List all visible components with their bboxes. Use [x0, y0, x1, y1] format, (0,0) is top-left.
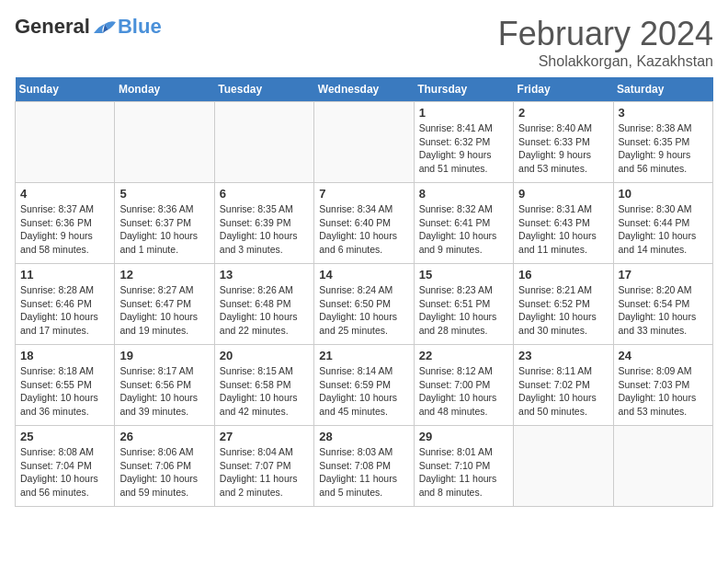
- day-info: Sunrise: 8:31 AM Sunset: 6:43 PM Dayligh…: [518, 202, 608, 257]
- logo-blue-text: Blue: [118, 15, 162, 39]
- day-info: Sunrise: 8:40 AM Sunset: 6:33 PM Dayligh…: [518, 121, 608, 176]
- calendar-cell: 25Sunrise: 8:08 AM Sunset: 7:04 PM Dayli…: [16, 426, 115, 507]
- day-number: 2: [518, 106, 608, 120]
- calendar-cell: 12Sunrise: 8:27 AM Sunset: 6:47 PM Dayli…: [115, 264, 214, 345]
- day-info: Sunrise: 8:03 AM Sunset: 7:08 PM Dayligh…: [319, 445, 408, 500]
- day-number: 23: [518, 349, 608, 362]
- weekday-header-row: SundayMondayTuesdayWednesdayThursdayFrid…: [16, 77, 713, 102]
- calendar-cell: 17Sunrise: 8:20 AM Sunset: 6:54 PM Dayli…: [613, 264, 712, 345]
- day-info: Sunrise: 8:32 AM Sunset: 6:41 PM Dayligh…: [419, 202, 508, 257]
- weekday-header-friday: Friday: [514, 77, 613, 102]
- day-info: Sunrise: 8:36 AM Sunset: 6:37 PM Dayligh…: [119, 202, 209, 257]
- calendar-week-row: 11Sunrise: 8:28 AM Sunset: 6:46 PM Dayli…: [16, 264, 713, 345]
- day-number: 15: [419, 268, 508, 282]
- day-info: Sunrise: 8:15 AM Sunset: 6:58 PM Dayligh…: [220, 364, 309, 419]
- weekday-header-sunday: Sunday: [16, 77, 115, 102]
- calendar-cell: [214, 102, 313, 183]
- calendar-cell: 3Sunrise: 8:38 AM Sunset: 6:35 PM Daylig…: [613, 102, 712, 183]
- day-number: 3: [619, 106, 708, 120]
- day-info: Sunrise: 8:24 AM Sunset: 6:50 PM Dayligh…: [319, 283, 408, 338]
- day-info: Sunrise: 8:01 AM Sunset: 7:10 PM Dayligh…: [419, 445, 508, 500]
- day-info: Sunrise: 8:17 AM Sunset: 6:56 PM Dayligh…: [119, 364, 209, 419]
- day-info: Sunrise: 8:35 AM Sunset: 6:39 PM Dayligh…: [220, 202, 309, 257]
- calendar-cell: 18Sunrise: 8:18 AM Sunset: 6:55 PM Dayli…: [16, 345, 115, 426]
- day-info: Sunrise: 8:27 AM Sunset: 6:47 PM Dayligh…: [119, 283, 209, 338]
- day-info: Sunrise: 8:11 AM Sunset: 7:02 PM Dayligh…: [518, 364, 608, 419]
- weekday-header-thursday: Thursday: [414, 77, 513, 102]
- month-title: February 2024: [498, 15, 713, 53]
- title-block: February 2024 Sholakkorgan, Kazakhstan: [498, 15, 713, 70]
- calendar-cell: 8Sunrise: 8:32 AM Sunset: 6:41 PM Daylig…: [414, 183, 513, 264]
- day-number: 18: [20, 349, 109, 362]
- day-number: 26: [119, 430, 209, 443]
- weekday-header-monday: Monday: [115, 77, 214, 102]
- day-number: 13: [220, 268, 309, 282]
- calendar-cell: 23Sunrise: 8:11 AM Sunset: 7:02 PM Dayli…: [514, 345, 613, 426]
- calendar-week-row: 25Sunrise: 8:08 AM Sunset: 7:04 PM Dayli…: [16, 426, 713, 507]
- day-info: Sunrise: 8:37 AM Sunset: 6:36 PM Dayligh…: [20, 202, 109, 257]
- page-header: General Blue February 2024 Sholakkorgan,…: [15, 15, 713, 70]
- calendar-cell: [314, 102, 414, 183]
- day-number: 22: [419, 349, 508, 362]
- calendar-cell: [514, 426, 613, 507]
- weekday-header-tuesday: Tuesday: [214, 77, 313, 102]
- day-info: Sunrise: 8:30 AM Sunset: 6:44 PM Dayligh…: [619, 202, 708, 257]
- day-number: 7: [319, 187, 408, 201]
- calendar-cell: 21Sunrise: 8:14 AM Sunset: 6:59 PM Dayli…: [314, 345, 414, 426]
- day-info: Sunrise: 8:20 AM Sunset: 6:54 PM Dayligh…: [619, 283, 708, 338]
- calendar-week-row: 4Sunrise: 8:37 AM Sunset: 6:36 PM Daylig…: [16, 183, 713, 264]
- calendar-cell: 14Sunrise: 8:24 AM Sunset: 6:50 PM Dayli…: [314, 264, 414, 345]
- calendar-table: SundayMondayTuesdayWednesdayThursdayFrid…: [15, 77, 713, 507]
- day-info: Sunrise: 8:21 AM Sunset: 6:52 PM Dayligh…: [518, 283, 608, 338]
- day-info: Sunrise: 8:38 AM Sunset: 6:35 PM Dayligh…: [619, 121, 708, 176]
- day-number: 12: [119, 268, 209, 282]
- day-number: 5: [119, 187, 209, 201]
- calendar-cell: [16, 102, 115, 183]
- calendar-cell: 1Sunrise: 8:41 AM Sunset: 6:32 PM Daylig…: [414, 102, 513, 183]
- day-number: 25: [20, 430, 109, 443]
- day-info: Sunrise: 8:06 AM Sunset: 7:06 PM Dayligh…: [119, 445, 209, 500]
- calendar-cell: 11Sunrise: 8:28 AM Sunset: 6:46 PM Dayli…: [16, 264, 115, 345]
- calendar-cell: 9Sunrise: 8:31 AM Sunset: 6:43 PM Daylig…: [514, 183, 613, 264]
- calendar-cell: 13Sunrise: 8:26 AM Sunset: 6:48 PM Dayli…: [214, 264, 313, 345]
- logo-general-text: General: [15, 15, 90, 39]
- calendar-cell: 2Sunrise: 8:40 AM Sunset: 6:33 PM Daylig…: [514, 102, 613, 183]
- day-number: 10: [619, 187, 708, 201]
- day-number: 14: [319, 268, 408, 282]
- day-number: 19: [119, 349, 209, 362]
- day-info: Sunrise: 8:04 AM Sunset: 7:07 PM Dayligh…: [220, 445, 309, 500]
- calendar-cell: 6Sunrise: 8:35 AM Sunset: 6:39 PM Daylig…: [214, 183, 313, 264]
- calendar-cell: 29Sunrise: 8:01 AM Sunset: 7:10 PM Dayli…: [414, 426, 513, 507]
- calendar-cell: [115, 102, 214, 183]
- calendar-cell: 20Sunrise: 8:15 AM Sunset: 6:58 PM Dayli…: [214, 345, 313, 426]
- calendar-cell: [613, 426, 712, 507]
- day-info: Sunrise: 8:34 AM Sunset: 6:40 PM Dayligh…: [319, 202, 408, 257]
- day-number: 28: [319, 430, 408, 443]
- logo-bird-icon: [92, 17, 118, 37]
- day-number: 9: [518, 187, 608, 201]
- day-info: Sunrise: 8:23 AM Sunset: 6:51 PM Dayligh…: [419, 283, 508, 338]
- day-number: 21: [319, 349, 408, 362]
- day-number: 29: [419, 430, 508, 443]
- logo: General Blue: [15, 15, 162, 39]
- calendar-cell: 7Sunrise: 8:34 AM Sunset: 6:40 PM Daylig…: [314, 183, 414, 264]
- calendar-cell: 10Sunrise: 8:30 AM Sunset: 6:44 PM Dayli…: [613, 183, 712, 264]
- day-number: 17: [619, 268, 708, 282]
- weekday-header-saturday: Saturday: [613, 77, 712, 102]
- day-info: Sunrise: 8:28 AM Sunset: 6:46 PM Dayligh…: [20, 283, 109, 338]
- day-number: 1: [419, 106, 508, 120]
- day-number: 24: [619, 349, 708, 362]
- day-number: 20: [220, 349, 309, 362]
- calendar-cell: 27Sunrise: 8:04 AM Sunset: 7:07 PM Dayli…: [214, 426, 313, 507]
- day-number: 27: [220, 430, 309, 443]
- day-info: Sunrise: 8:14 AM Sunset: 6:59 PM Dayligh…: [319, 364, 408, 419]
- day-info: Sunrise: 8:26 AM Sunset: 6:48 PM Dayligh…: [220, 283, 309, 338]
- calendar-cell: 24Sunrise: 8:09 AM Sunset: 7:03 PM Dayli…: [613, 345, 712, 426]
- day-info: Sunrise: 8:09 AM Sunset: 7:03 PM Dayligh…: [619, 364, 708, 419]
- calendar-cell: 4Sunrise: 8:37 AM Sunset: 6:36 PM Daylig…: [16, 183, 115, 264]
- calendar-cell: 15Sunrise: 8:23 AM Sunset: 6:51 PM Dayli…: [414, 264, 513, 345]
- calendar-cell: 22Sunrise: 8:12 AM Sunset: 7:00 PM Dayli…: [414, 345, 513, 426]
- day-number: 11: [20, 268, 109, 282]
- location-subtitle: Sholakkorgan, Kazakhstan: [498, 53, 713, 70]
- day-number: 4: [20, 187, 109, 201]
